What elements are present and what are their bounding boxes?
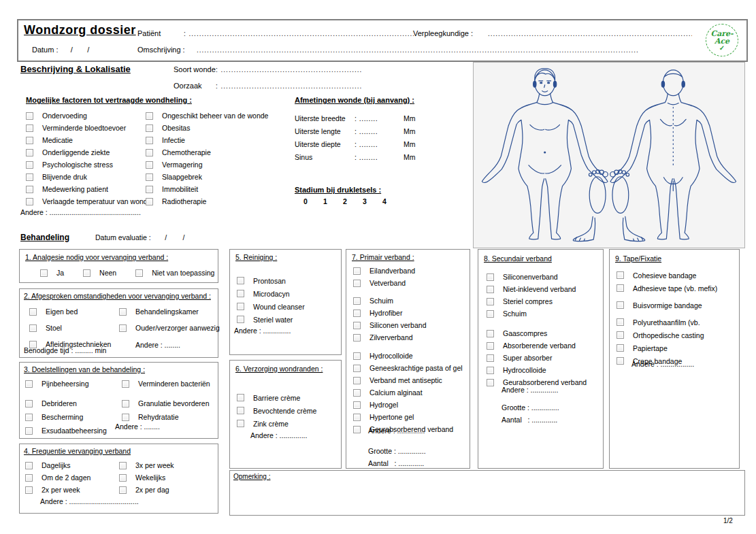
checkbox[interactable] bbox=[119, 324, 127, 332]
option[interactable]: Bescherming bbox=[25, 410, 107, 424]
checkbox[interactable] bbox=[353, 322, 361, 329]
checkbox[interactable] bbox=[122, 400, 129, 407]
afmeting-value-field[interactable]: : ........ bbox=[355, 153, 404, 161]
factor-option[interactable]: Medicatie bbox=[26, 134, 152, 146]
option[interactable]: Schuim bbox=[353, 295, 463, 307]
option[interactable]: Papiertape bbox=[617, 341, 717, 354]
option[interactable]: Microdacyn bbox=[237, 287, 305, 300]
factor-option[interactable]: Ondervoeding bbox=[26, 110, 152, 122]
option[interactable]: Siliconen verband bbox=[353, 319, 463, 331]
option[interactable]: Wound cleanser bbox=[237, 300, 305, 313]
checkbox[interactable] bbox=[25, 380, 33, 388]
factoren-andere-field[interactable]: Andere : ...............................… bbox=[20, 208, 141, 216]
body-location-diagram[interactable] bbox=[474, 63, 743, 246]
oorzaak-field[interactable]: : ......................................… bbox=[216, 82, 372, 90]
checkbox[interactable] bbox=[237, 394, 244, 401]
checkbox[interactable] bbox=[26, 149, 33, 156]
checkbox[interactable] bbox=[617, 301, 624, 309]
checkbox[interactable] bbox=[487, 310, 494, 318]
factor-option[interactable]: Medewerking patient bbox=[26, 183, 152, 195]
checkbox[interactable] bbox=[26, 137, 33, 144]
stadium-option[interactable]: 4 bbox=[381, 197, 388, 205]
checkbox[interactable] bbox=[25, 486, 33, 494]
checkbox[interactable] bbox=[119, 486, 127, 494]
box-opmerking[interactable]: Opmerking : bbox=[229, 470, 745, 516]
checkbox[interactable] bbox=[146, 186, 153, 193]
option[interactable]: Geneeskrachtige pasta of gel bbox=[353, 362, 463, 374]
box9-andere-field[interactable]: Andere : ................. bbox=[631, 360, 694, 368]
option[interactable]: Om de 2 dagen bbox=[25, 471, 91, 484]
checkbox[interactable] bbox=[353, 334, 361, 341]
checkbox[interactable] bbox=[146, 173, 153, 181]
checkbox[interactable] bbox=[119, 462, 127, 469]
box6-andere-field[interactable]: Andere : .............. bbox=[250, 431, 307, 439]
checkbox[interactable] bbox=[353, 389, 361, 397]
checkbox[interactable] bbox=[237, 316, 244, 323]
checkbox[interactable] bbox=[487, 354, 494, 362]
checkbox[interactable] bbox=[617, 318, 624, 326]
verpleegkundige-field[interactable]: ........................................… bbox=[488, 30, 692, 37]
checkbox[interactable] bbox=[26, 198, 33, 205]
option[interactable]: Niet van toepassing bbox=[135, 267, 214, 279]
box7-aantal-field[interactable]: Aantal : ............. bbox=[368, 459, 424, 467]
box4-andere-field[interactable]: Andere : ...............................… bbox=[40, 497, 139, 505]
checkbox[interactable] bbox=[487, 330, 494, 337]
option[interactable]: Eilandverband bbox=[353, 265, 463, 277]
box5-andere-field[interactable]: Andere : .............. bbox=[234, 327, 291, 335]
factor-option[interactable]: Chemotherapie bbox=[146, 146, 268, 158]
option[interactable]: Calcium alginaat bbox=[353, 386, 463, 399]
option[interactable]: Debrideren bbox=[25, 397, 107, 410]
checkbox[interactable] bbox=[237, 420, 244, 427]
checkbox[interactable] bbox=[26, 173, 33, 181]
checkbox[interactable] bbox=[617, 284, 624, 292]
box2-benodigde-tijd-field[interactable]: Benodigde tijd : ......... min bbox=[24, 346, 106, 354]
option[interactable]: Steriel water bbox=[237, 313, 305, 326]
option[interactable]: Super absorber bbox=[487, 352, 587, 364]
checkbox[interactable] bbox=[146, 149, 153, 156]
option[interactable]: Polyurethaanfilm (vb. bbox=[617, 316, 717, 329]
option[interactable]: Ja bbox=[40, 267, 64, 279]
soort-wonde-field[interactable]: : ......................................… bbox=[216, 66, 372, 73]
checkbox[interactable] bbox=[617, 331, 624, 339]
checkbox[interactable] bbox=[26, 112, 33, 120]
checkbox[interactable] bbox=[237, 407, 244, 414]
option[interactable]: Orthopedische casting bbox=[617, 329, 717, 341]
checkbox[interactable] bbox=[353, 365, 361, 372]
box8-grootte-field[interactable]: Grootte : .............. bbox=[502, 403, 559, 412]
checkbox[interactable] bbox=[25, 427, 33, 435]
box8-andere-field[interactable]: Andere : .............. bbox=[502, 386, 558, 394]
option[interactable]: Rehydratatie bbox=[122, 410, 210, 424]
checkbox[interactable] bbox=[353, 377, 361, 384]
option[interactable]: Adhesieve tape (vb. mefix) bbox=[617, 282, 717, 295]
factor-option[interactable]: Ongeschikt beheer van de wonde bbox=[146, 110, 268, 122]
omschrijving-field[interactable]: ........................................… bbox=[197, 46, 639, 54]
checkbox[interactable] bbox=[487, 367, 494, 374]
checkbox[interactable] bbox=[353, 310, 361, 317]
checkbox[interactable] bbox=[353, 297, 361, 305]
option[interactable]: Niet-inklevend verband bbox=[487, 283, 587, 295]
option[interactable]: Behandelingskamer bbox=[119, 303, 220, 320]
checkbox[interactable] bbox=[122, 380, 129, 388]
checkbox[interactable] bbox=[487, 286, 494, 293]
checkbox[interactable] bbox=[617, 271, 624, 279]
checkbox[interactable] bbox=[237, 277, 244, 284]
option[interactable]: Verband met antiseptic bbox=[353, 374, 463, 386]
checkbox[interactable] bbox=[146, 124, 153, 132]
checkbox[interactable] bbox=[353, 414, 361, 421]
checkbox[interactable] bbox=[26, 124, 33, 132]
datum-field[interactable]: Datum : / / bbox=[32, 46, 89, 54]
checkbox[interactable] bbox=[25, 414, 33, 421]
option[interactable]: Zink crème bbox=[237, 417, 316, 430]
checkbox[interactable] bbox=[487, 298, 494, 305]
factor-option[interactable]: Obesitas bbox=[146, 122, 268, 134]
option[interactable]: Schuim bbox=[487, 307, 587, 320]
checkbox[interactable] bbox=[146, 198, 153, 205]
option[interactable]: Granulatie bevorderen bbox=[122, 397, 210, 410]
option[interactable]: Ouder/verzorger aanwezig bbox=[119, 320, 220, 336]
checkbox[interactable] bbox=[29, 308, 37, 316]
checkbox[interactable] bbox=[26, 186, 33, 193]
option[interactable]: Hydrogel bbox=[353, 399, 463, 411]
option[interactable]: 3x per week bbox=[119, 459, 174, 471]
checkbox[interactable] bbox=[487, 342, 494, 350]
checkbox[interactable] bbox=[29, 324, 37, 332]
